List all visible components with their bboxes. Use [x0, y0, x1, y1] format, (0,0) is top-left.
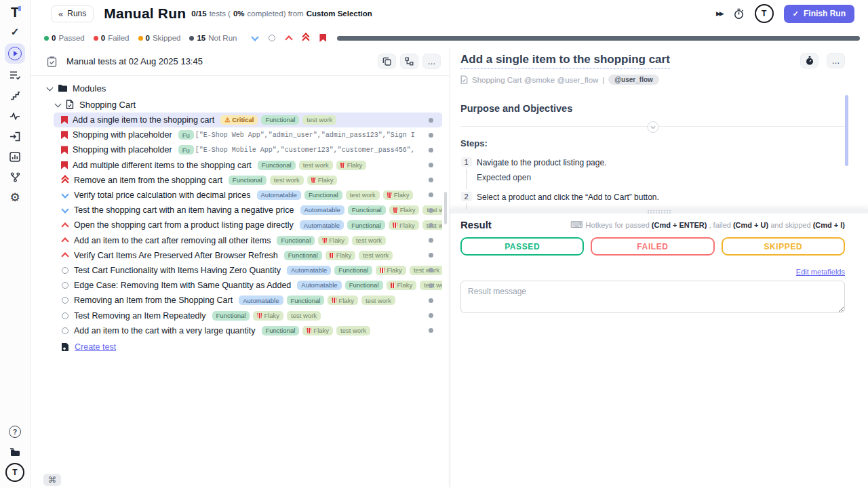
chevron-up-filter[interactable]: [285, 34, 293, 42]
chevron-down-filter[interactable]: [251, 34, 259, 42]
test-row[interactable]: Verify Cart Items Are Preserved After Br…: [54, 248, 442, 263]
bookmark-icon: [319, 34, 326, 42]
badge-fu: Fu: [178, 130, 194, 140]
suite-node[interactable]: Shopping Cart: [31, 96, 449, 113]
tree-view-button[interactable]: [400, 54, 418, 69]
reports-nav-icon[interactable]: [5, 148, 25, 165]
test-row-title: Test the shopping cart with an item havi…: [74, 205, 294, 215]
badge-automatable: Automatable: [257, 190, 301, 200]
tree-scrollbar-thumb[interactable]: [444, 192, 447, 224]
timer-icon[interactable]: [733, 8, 745, 20]
badge-flaky: Flaky: [383, 190, 414, 200]
test-row-title: Shopping with placeholder: [73, 130, 172, 140]
test-row-title: Add multiple different items to the shop…: [73, 161, 252, 170]
create-test-row[interactable]: Create test: [61, 342, 449, 352]
step-action: Select a product and click the “Add to C…: [477, 192, 659, 203]
status-dot: [138, 36, 143, 41]
activity-nav-icon[interactable]: [5, 107, 25, 125]
check-icon: ✓: [793, 9, 799, 18]
branches-nav-icon[interactable]: [5, 168, 25, 186]
percent-complete: 0%: [233, 9, 245, 18]
test-row[interactable]: Shopping with placeholderFu["E-Shop Mobi…: [54, 142, 442, 157]
test-status-dot: [429, 178, 433, 182]
test-row[interactable]: Verify total price calculation with deci…: [54, 188, 442, 203]
copy-tests-button[interactable]: [378, 54, 396, 69]
chevron-down-icon: [61, 206, 69, 214]
badge-testwork: test work: [302, 115, 336, 125]
test-row[interactable]: Add an item to the cart with a very larg…: [54, 323, 442, 338]
badge-automatable: Automatable: [239, 296, 283, 305]
test-row-title: Removing an Item from the Shopping Cart: [74, 296, 233, 305]
projects-button[interactable]: [5, 443, 25, 461]
result-message-input[interactable]: [460, 281, 845, 313]
test-title[interactable]: Add a single item to the shopping cart: [460, 53, 670, 69]
back-label: Runs: [67, 9, 86, 18]
detail-more-button[interactable]: …: [827, 53, 845, 68]
test-row[interactable]: Removing an Item from the Shopping CartA…: [54, 293, 442, 308]
test-row[interactable]: Add multiple different items to the shop…: [54, 158, 442, 173]
test-row-title: Edge Case: Removing Item with Same Quant…: [74, 281, 291, 290]
badge-flaky: Flaky: [326, 251, 356, 260]
test-row-title: Open the shopping cart from a product li…: [74, 220, 294, 230]
back-to-runs-button[interactable]: « Runs: [51, 5, 94, 22]
test-row[interactable]: Add a single item to the shopping cart⚠C…: [54, 113, 442, 127]
runs-nav-icon[interactable]: [5, 43, 25, 64]
test-row-title: Shopping with placeholder: [73, 145, 172, 155]
test-row[interactable]: Remove an item from the shopping cartFun…: [54, 173, 442, 188]
badge-testwork: test work: [346, 190, 380, 200]
stairs-icon: [10, 91, 20, 100]
step-number: 1: [461, 157, 472, 167]
test-detail-panel: Add a single item to the shopping cart ……: [450, 47, 868, 488]
workspace-logo-button[interactable]: T: [5, 464, 25, 481]
test-list-nav-icon[interactable]: [5, 66, 25, 84]
finish-run-button[interactable]: ✓ Finish Run: [784, 5, 854, 23]
chevron-down-icon: [650, 124, 655, 129]
bookmark-filter[interactable]: [319, 34, 327, 42]
badge-functional: Functional: [262, 326, 300, 336]
collapse-toggle[interactable]: [647, 121, 658, 133]
test-row-title: Test Removing an Item Repeatedly: [74, 311, 206, 321]
command-palette-button[interactable]: ⌘: [43, 474, 61, 486]
test-row[interactable]: Shopping with placeholderFu["E-Shop Web …: [54, 127, 442, 142]
import-nav-icon[interactable]: [5, 127, 25, 145]
edit-metafields-link[interactable]: Edit metafields: [796, 268, 845, 276]
status-dot: [44, 36, 49, 41]
steps-nav-icon[interactable]: [5, 87, 25, 104]
status-stat: 0Skipped: [138, 34, 181, 42]
module-node[interactable]: Modules: [31, 80, 449, 96]
run-progress-bar: [337, 36, 860, 41]
result-failed-button[interactable]: FAILED: [591, 237, 714, 256]
breadcrumb: Shopping Cart @smoke @user_flow | @user_…: [460, 75, 845, 85]
flaky-icon: [330, 253, 334, 258]
test-row[interactable]: Test the shopping cart with an item havi…: [54, 203, 442, 218]
badge-functional: Functional: [277, 236, 315, 245]
badge-functional: Functional: [348, 205, 386, 215]
logo-accent: [18, 6, 21, 11]
badge-flaky: Flaky: [389, 205, 420, 215]
help-button[interactable]: ?: [5, 423, 25, 441]
chevrons-up-filter[interactable]: [302, 34, 310, 42]
create-test-link[interactable]: Create test: [75, 342, 116, 352]
test-row[interactable]: Test Removing an Item RepeatedlyFunction…: [54, 308, 442, 323]
detail-scrollbar-thumb[interactable]: [845, 95, 848, 166]
test-row[interactable]: Add an item to the cart after removing a…: [54, 233, 442, 248]
test-list: Add a single item to the shopping cart⚠C…: [31, 113, 449, 338]
tree-more-button[interactable]: …: [422, 54, 441, 69]
app-logo[interactable]: T: [11, 4, 19, 20]
result-skipped-button[interactable]: SKIPPED: [722, 237, 845, 256]
test-row[interactable]: Open the shopping cart from a product li…: [54, 218, 442, 232]
status-stat: 0Passed: [44, 34, 85, 42]
tag-pill[interactable]: @user_flow: [608, 75, 658, 85]
test-row[interactable]: Test Cart Functionality with Items Havin…: [54, 263, 442, 278]
circle-icon: [61, 296, 69, 304]
test-row[interactable]: Edge Case: Removing Item with Same Quant…: [54, 278, 442, 293]
chevrons-up-icon: [302, 34, 310, 42]
timer-button[interactable]: [800, 53, 818, 68]
fast-forward-icon[interactable]: ▶▶: [716, 10, 723, 17]
panel-resize-handle[interactable]: [450, 209, 868, 214]
settings-nav-icon[interactable]: ⚙: [5, 188, 25, 206]
checks-nav-icon[interactable]: ✓: [5, 23, 25, 41]
circle-filter[interactable]: [268, 34, 276, 42]
result-passed-button[interactable]: PASSED: [460, 237, 584, 256]
account-logo-icon[interactable]: T: [755, 4, 774, 23]
